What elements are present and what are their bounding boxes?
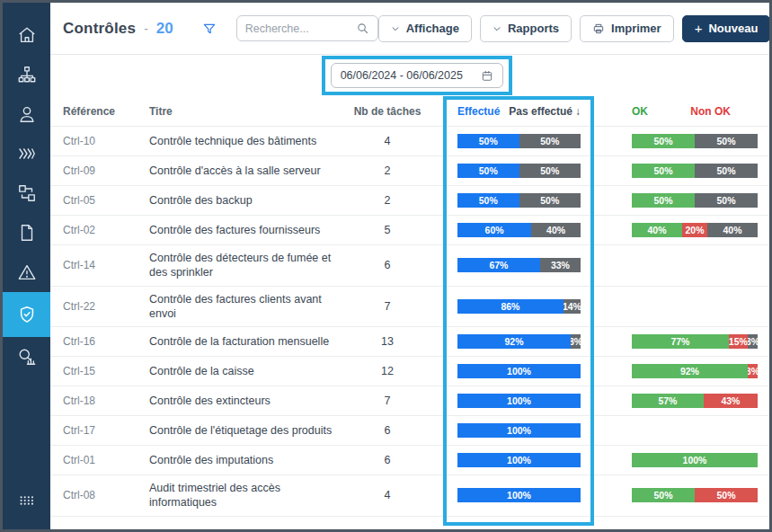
bar-segment-label: 8% [571,336,581,347]
column-header-nb-taches[interactable]: Nb de tâches [352,105,422,118]
column-header-reference[interactable]: Référence [63,105,149,118]
sidebar-item-users[interactable] [3,94,50,134]
table-row[interactable]: Ctrl-17Contrôle de l'étiquetage des prod… [50,416,772,446]
cell-effectue: 100% [445,488,593,502]
sidebar-item-controls[interactable] [3,292,50,337]
cell-effectue: 100% [445,364,593,378]
table-row[interactable]: Ctrl-10Contrôle technique des bâtiments4… [50,127,772,156]
table-row[interactable]: Ctrl-15Contrôle de la caisse12100%92%8% [50,357,772,386]
cell-nb-taches: 4 [352,489,422,501]
effectue-label: Effectué [457,105,500,118]
table-row[interactable]: Ctrl-18Contrôle des extincteurs7100%57%4… [50,386,772,416]
table-row[interactable]: Ctrl-14Contrôle des détecteurs de fumée … [50,245,772,287]
cell-titre: Contrôle technique des bâtiments [149,134,352,148]
cell-ok: 77%15%8% [632,334,758,349]
sidebar-item-apps[interactable] [3,481,50,520]
effectue-bar: 92%8% [457,334,581,349]
nouveau-button[interactable]: + Nouveau [682,15,771,42]
ok-bar: 50%50% [632,164,758,178]
bar-segment-label: 50% [716,490,735,501]
sidebar-item-home[interactable] [3,15,50,55]
cell-titre: Contrôle d'accès à la salle serveur [149,164,352,178]
imprimer-label: Imprimer [611,22,661,35]
cell-effectue: 50%50% [445,164,593,178]
bar-segment-label: 100% [507,425,531,436]
table-row[interactable]: Ctrl-08Audit trimestriel des accès infor… [50,475,772,517]
search-input[interactable] [245,22,351,35]
cell-nb-taches: 6 [352,454,422,466]
cell-nb-taches: 4 [352,135,422,147]
bar-segment-label: 8% [748,366,758,377]
ok-bar: 40%20%40% [632,223,758,237]
table-body: Ctrl-10Contrôle technique des bâtiments4… [50,127,772,517]
bar-segment-label: 92% [505,336,524,347]
bar-segment-blue: 100% [457,453,581,467]
imprimer-button[interactable]: Imprimer [580,15,674,42]
chevrons-icon [17,144,37,164]
shield-check-icon [17,305,37,324]
affichage-button[interactable]: Affichage [378,15,472,42]
date-range-input[interactable]: 06/06/2024 - 06/06/2025 [331,63,503,88]
cell-titre: Contrôle de la caisse [149,364,352,378]
bar-segment-gray: 50% [519,164,581,178]
table-row[interactable]: Ctrl-02Contrôle des factures fournisseur… [50,216,772,245]
sidebar-item-documents[interactable] [3,213,50,253]
bar-segment-blue: 60% [457,223,531,237]
bar-segment-label: 100% [507,395,531,406]
table-row[interactable]: Ctrl-22Contrôle des factures clients ava… [50,287,772,328]
sidebar-item-incidents[interactable] [3,253,50,292]
bar-segment-green: 50% [632,193,695,208]
date-range-value: 06/06/2024 - 06/06/2025 [341,69,463,82]
cell-titre: Contrôle des extincteurs [149,394,352,408]
bar-segment-green: 50% [632,134,695,148]
pas-effectue-label: Pas effectué↓ [509,105,581,118]
rapports-button[interactable]: Rapports [480,15,572,42]
column-header-effectue[interactable]: Effectué Pas effectué↓ [445,105,593,118]
ok-bar: 50%50% [632,488,758,502]
ok-bar: 100% [632,453,758,467]
sidebar-item-workflows[interactable] [3,173,50,213]
rapports-label: Rapports [508,22,559,35]
search-analytics-icon [17,347,37,367]
cell-reference: Ctrl-18 [63,395,149,407]
table-row[interactable]: Ctrl-16Contrôle de la facturation mensue… [50,327,772,357]
sidebar-item-processes[interactable] [3,134,50,173]
sidebar-item-audit[interactable] [3,337,50,377]
records-count: 20 [156,20,173,38]
effectue-bar: 100% [457,488,581,502]
alert-triangle-icon [17,262,37,282]
bar-segment-label: 57% [658,395,677,406]
column-header-ok[interactable]: OK Non OK [632,105,758,118]
table-row[interactable]: Ctrl-01Contrôle des imputations6100%100% [50,446,772,475]
cell-effectue: 50%50% [445,193,593,208]
cell-titre: Contrôle des factures clients avant envo… [149,292,352,322]
filter-icon[interactable] [202,22,217,36]
bar-segment-gray: 50% [695,193,758,208]
cell-effectue: 100% [445,423,593,438]
cell-nb-taches: 12 [352,365,422,377]
table-row[interactable]: Ctrl-09Contrôle d'accès à la salle serve… [50,156,772,186]
bar-segment-label: 100% [507,455,531,466]
bar-segment-label: 50% [653,195,672,206]
bar-segment-label: 100% [507,490,531,501]
cell-effectue: 92%8% [445,334,593,349]
chevron-down-icon [492,24,501,33]
bar-segment-label: 50% [716,136,735,146]
topbar: Contrôles - 20 Affichage R [50,3,772,55]
sidebar-item-organization[interactable] [3,55,50,94]
cell-nb-taches: 6 [352,259,422,271]
bar-segment-green: 40% [632,223,682,237]
bar-segment-gray: 14% [563,299,581,314]
bar-segment-blue: 67% [457,258,540,272]
cell-nb-taches: 2 [352,164,422,177]
nouveau-label: Nouveau [708,22,758,35]
cell-ok: 100% [632,453,758,467]
cell-reference: Ctrl-02 [63,224,149,236]
effectue-bar: 100% [457,394,581,408]
org-chart-icon [17,65,37,84]
table-row[interactable]: Ctrl-05Contrôle des backup250%50%50%50% [50,186,772,216]
bar-segment-label: 50% [653,490,672,501]
column-header-titre[interactable]: Titre [149,105,352,118]
cell-titre: Contrôle des imputations [149,453,352,467]
search-box [236,15,378,41]
